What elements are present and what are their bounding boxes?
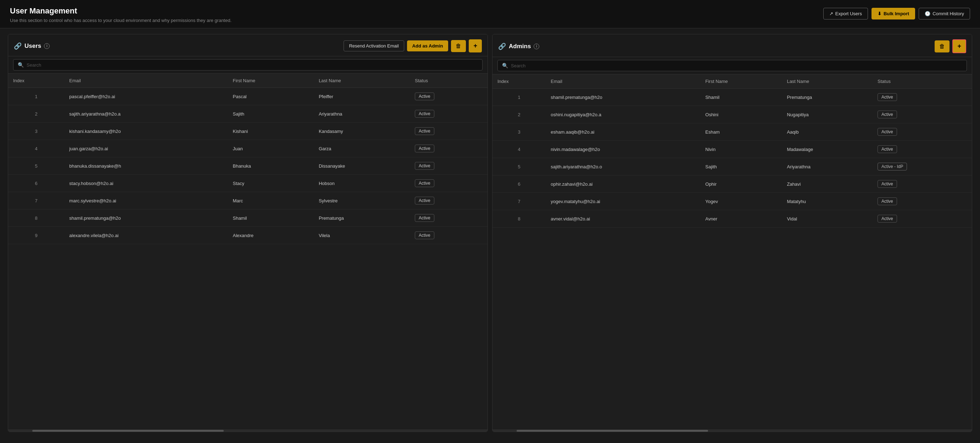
cell-firstname: Juan: [228, 140, 313, 157]
admins-panel: 🔗 Admins i 🗑 + 🔍: [492, 34, 972, 432]
cell-email: yogev.matatyhu@h2o.ai: [546, 193, 700, 210]
cell-lastname: Zahavi: [782, 175, 873, 193]
table-row[interactable]: 8 shamil.prematunga@h2o Shamil Prematung…: [8, 210, 487, 227]
cell-status: Active: [873, 175, 972, 193]
cell-firstname: Marc: [228, 192, 313, 210]
users-panel-title: 🔗 Users i: [14, 42, 49, 50]
users-panel: 🔗 Users i Resend Activation Email Add as…: [8, 34, 488, 432]
cell-index: 5: [493, 158, 546, 175]
admins-col-lastname: Last Name: [782, 75, 873, 89]
users-panel-header: 🔗 Users i Resend Activation Email Add as…: [8, 34, 487, 56]
cell-firstname: Sajith: [700, 158, 782, 175]
admins-search-input[interactable]: [511, 63, 962, 68]
users-link-icon: 🔗: [14, 42, 22, 50]
table-row[interactable]: 7 yogev.matatyhu@h2o.ai Yogev Matatyhu A…: [493, 193, 972, 210]
table-row[interactable]: 5 sajith.ariyarathna@h2o.o Sajith Ariyar…: [493, 158, 972, 175]
admins-plus-icon: +: [957, 43, 961, 50]
cell-email: bhanuka.dissanayake@h: [64, 157, 228, 175]
table-row[interactable]: 6 ophir.zahavi@h2o.ai Ophir Zahavi Activ…: [493, 175, 972, 193]
admins-info-icon[interactable]: i: [534, 44, 539, 49]
admins-table-wrap: Index Email First Name Last Name Status …: [493, 75, 972, 430]
cell-status: Active: [873, 106, 972, 123]
cell-status: Active: [410, 105, 487, 122]
cell-email: kishani.kandasamy@h2o: [64, 122, 228, 140]
cell-lastname: Prematunga: [782, 89, 873, 106]
cell-email: sajith.ariyarathna@h2o.o: [546, 158, 700, 175]
cell-lastname: Nugapitiya: [782, 106, 873, 123]
admins-table-body: 1 shamil.prematunga@h2o Shamil Prematung…: [493, 89, 972, 227]
add-as-admin-button[interactable]: Add as Admin: [407, 40, 449, 51]
cell-firstname: Bhanuka: [228, 157, 313, 175]
cell-status: Active: [410, 192, 487, 210]
table-row[interactable]: 4 juan.garza@h2o.ai Juan Garza Active: [8, 140, 487, 157]
users-col-lastname: Last Name: [314, 74, 410, 88]
cell-status: Active: [410, 157, 487, 175]
cell-email: stacy.hobson@h2o.ai: [64, 175, 228, 192]
table-row[interactable]: 6 stacy.hobson@h2o.ai Stacy Hobson Activ…: [8, 175, 487, 192]
table-row[interactable]: 2 sajith.ariyarathna@h2o.a Sajith Ariyar…: [8, 105, 487, 122]
cell-status: Active: [410, 227, 487, 244]
cell-status: Active: [410, 140, 487, 157]
bulk-import-button[interactable]: ⬇ Bulk Import: [872, 8, 915, 19]
cell-email: pascal.pfeiffer@h2o.ai: [64, 88, 228, 105]
cell-email: sajith.ariyarathna@h2o.a: [64, 105, 228, 122]
table-row[interactable]: 3 esham.aaqib@h2o.ai Esham Aaqib Active: [493, 123, 972, 141]
commit-history-button[interactable]: 🕐 Commit History: [919, 8, 970, 19]
table-row[interactable]: 7 marc.sylvestre@h2o.ai Marc Sylvestre A…: [8, 192, 487, 210]
cell-firstname: Yogev: [700, 193, 782, 210]
users-delete-button[interactable]: 🗑: [451, 40, 466, 52]
users-search-input[interactable]: [27, 62, 478, 68]
admins-add-button[interactable]: +: [952, 39, 966, 53]
table-row[interactable]: 8 avner.vidal@h2o.ai Avner Vidal Active: [493, 210, 972, 227]
admins-search-wrap: 🔍: [498, 60, 967, 71]
cell-status: Active: [410, 88, 487, 105]
export-users-button[interactable]: ↗ Export Users: [823, 8, 868, 19]
table-row[interactable]: 1 pascal.pfeiffer@h2o.ai Pascal Pfeiffer…: [8, 88, 487, 105]
cell-firstname: Sajith: [228, 105, 313, 122]
cell-email: oshini.nugapitiya@h2o.a: [546, 106, 700, 123]
cell-index: 3: [8, 122, 64, 140]
cell-status: Active: [410, 210, 487, 227]
admins-panel-header: 🔗 Admins i 🗑 +: [493, 34, 972, 57]
cell-status: Active: [873, 193, 972, 210]
cell-firstname: Stacy: [228, 175, 313, 192]
table-row[interactable]: 3 kishani.kandasamy@h2o Kishani Kandasam…: [8, 122, 487, 140]
table-row[interactable]: 5 bhanuka.dissanayake@h Bhanuka Dissanay…: [8, 157, 487, 175]
admins-table: Index Email First Name Last Name Status …: [493, 75, 972, 227]
trash-icon: 🗑: [456, 43, 461, 49]
users-info-icon[interactable]: i: [44, 43, 49, 49]
cell-email: ophir.zahavi@h2o.ai: [546, 175, 700, 193]
cell-index: 4: [493, 141, 546, 158]
users-table-body: 1 pascal.pfeiffer@h2o.ai Pascal Pfeiffer…: [8, 88, 487, 244]
table-row[interactable]: 1 shamil.prematunga@h2o Shamil Prematung…: [493, 89, 972, 106]
cell-status: Active: [410, 175, 487, 192]
cell-lastname: Vilela: [314, 227, 410, 244]
table-row[interactable]: 4 nivin.madawalage@h2o Nivin Madawalage …: [493, 141, 972, 158]
users-col-status: Status: [410, 74, 487, 88]
cell-lastname: Dissanayake: [314, 157, 410, 175]
admins-panel-title: 🔗 Admins i: [498, 43, 539, 50]
admins-col-email: Email: [546, 75, 700, 89]
admins-col-status: Status: [873, 75, 972, 89]
cell-email: avner.vidal@h2o.ai: [546, 210, 700, 227]
cell-email: shamil.prematunga@h2o: [546, 89, 700, 106]
users-table-header: Index Email First Name Last Name Status: [8, 74, 487, 88]
users-add-button[interactable]: +: [469, 39, 482, 52]
cell-index: 8: [493, 210, 546, 227]
admins-col-firstname: First Name: [700, 75, 782, 89]
header-left: User Management Use this section to cont…: [10, 6, 232, 23]
cell-index: 1: [8, 88, 64, 105]
page-subtitle: Use this section to control who has acce…: [10, 18, 232, 23]
cell-firstname: Esham: [700, 123, 782, 141]
table-row[interactable]: 2 oshini.nugapitiya@h2o.a Oshini Nugapit…: [493, 106, 972, 123]
page-header: User Management Use this section to cont…: [0, 0, 980, 29]
admins-delete-button[interactable]: 🗑: [935, 40, 950, 52]
table-row[interactable]: 9 alexandre.vilela@h2o.ai Alexandre Vile…: [8, 227, 487, 244]
header-actions: ↗ Export Users ⬇ Bulk Import 🕐 Commit Hi…: [823, 6, 970, 19]
cell-status: Active: [410, 122, 487, 140]
cell-lastname: Kandasamy: [314, 122, 410, 140]
cell-status: Active: [873, 210, 972, 227]
resend-activation-email-button[interactable]: Resend Activation Email: [344, 40, 404, 51]
cell-firstname: Alexandre: [228, 227, 313, 244]
cell-index: 9: [8, 227, 64, 244]
